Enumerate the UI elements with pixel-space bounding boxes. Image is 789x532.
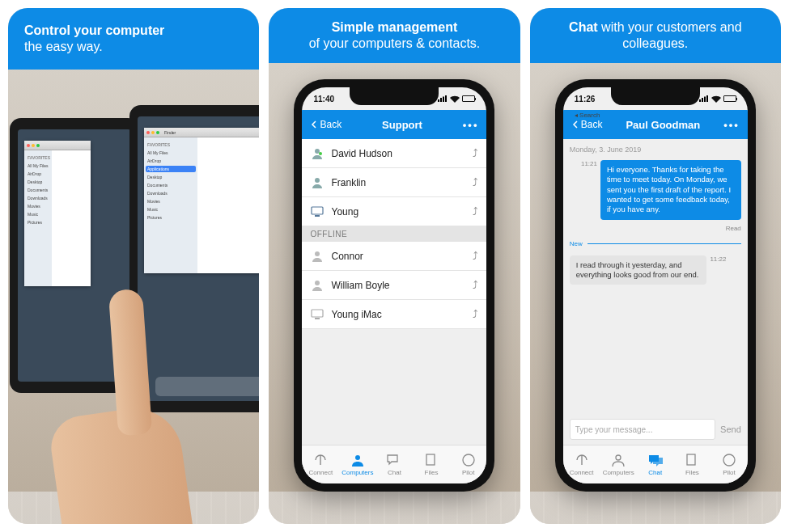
share-icon[interactable]: ⤴ bbox=[473, 250, 478, 262]
banner-3-rest: with your customers and colleagues. bbox=[598, 20, 742, 50]
banner-2: Simple management of your computers & co… bbox=[269, 8, 520, 63]
sidebar-item[interactable]: Desktop bbox=[146, 174, 196, 180]
list-item[interactable]: Franklin ⤴ bbox=[302, 168, 486, 197]
sidebar-item[interactable]: AirDrop bbox=[146, 158, 196, 164]
screenshot-panel-3: Chat with your customers and colleagues.… bbox=[530, 8, 781, 524]
dock[interactable] bbox=[155, 377, 259, 396]
tab-computers[interactable]: Computers bbox=[600, 445, 637, 483]
phone-device-3: 11:26 ◂ Search Back Paul Goodman ••• bbox=[555, 79, 756, 492]
contact-list[interactable]: David Hudson ⤴ Franklin ⤴ Young ⤴ OFFLIN… bbox=[302, 139, 486, 445]
screenshot-panel-2: Simple management of your computers & co… bbox=[269, 8, 520, 524]
svg-rect-17 bbox=[702, 98, 703, 102]
svg-point-4 bbox=[315, 149, 320, 154]
svg-rect-11 bbox=[312, 310, 323, 317]
list-item[interactable]: David Hudson ⤴ bbox=[302, 139, 486, 168]
banner-1-bold: Control your computer bbox=[24, 23, 164, 37]
signal-icon bbox=[699, 95, 709, 102]
tab-files[interactable]: Files bbox=[413, 445, 450, 483]
sidebar-item[interactable]: All My Files bbox=[146, 150, 196, 156]
banner-2-rest: of your computers & contacts. bbox=[309, 36, 481, 50]
svg-point-6 bbox=[315, 178, 320, 183]
back-button[interactable]: Back bbox=[571, 119, 603, 130]
svg-point-5 bbox=[319, 152, 322, 155]
contact-name: William Boyle bbox=[331, 280, 466, 291]
finder-window-front[interactable]: Finder FAVORITES All My Files AirDrop Ap… bbox=[144, 128, 259, 273]
contact-name: Young bbox=[331, 206, 466, 217]
finder-window-back: FAVORITES All My Files AirDrop Desktop D… bbox=[24, 141, 91, 286]
battery-icon bbox=[723, 95, 736, 102]
nav-title: Paul Goodman bbox=[626, 119, 700, 131]
keyboard-background bbox=[530, 492, 781, 524]
share-icon[interactable]: ⤴ bbox=[473, 279, 478, 291]
back-button[interactable]: Back bbox=[310, 119, 341, 130]
status-time: 11:40 bbox=[313, 95, 334, 103]
sidebar-item-selected[interactable]: Applications bbox=[146, 166, 196, 172]
zoom-icon[interactable] bbox=[156, 131, 159, 134]
finder-sidebar[interactable]: FAVORITES All My Files AirDrop Applicati… bbox=[144, 137, 197, 273]
tab-pilot[interactable]: Pilot bbox=[450, 445, 487, 483]
close-icon[interactable] bbox=[146, 131, 150, 134]
svg-point-13 bbox=[355, 455, 360, 460]
tab-connect[interactable]: Connect bbox=[302, 445, 339, 483]
banner-1: Control your computer the easy way. bbox=[8, 8, 259, 70]
share-icon[interactable]: ⤴ bbox=[473, 308, 478, 320]
keyboard-background bbox=[269, 492, 520, 524]
svg-rect-14 bbox=[426, 454, 435, 465]
tablet-foreground[interactable]: Finder FAVORITES All My Files AirDrop Ap… bbox=[129, 105, 259, 412]
finder-content[interactable] bbox=[197, 137, 260, 273]
message-composer: Type your message... Send bbox=[563, 414, 748, 445]
section-header-offline: OFFLINE bbox=[302, 226, 486, 242]
person-icon bbox=[310, 279, 325, 292]
sidebar-item[interactable]: Movies bbox=[146, 198, 196, 205]
svg-rect-12 bbox=[315, 318, 320, 319]
read-receipt: Read bbox=[726, 225, 741, 232]
monitor-icon bbox=[310, 309, 325, 320]
keyboard-background bbox=[8, 492, 259, 524]
tab-pilot[interactable]: Pilot bbox=[711, 445, 748, 483]
list-item[interactable]: William Boyle ⤴ bbox=[302, 271, 486, 300]
list-item[interactable]: Young iMac ⤴ bbox=[302, 300, 486, 329]
battery-icon bbox=[462, 95, 475, 102]
outgoing-message[interactable]: Hi everyone. Thanks for taking the time … bbox=[600, 160, 741, 220]
list-item[interactable]: Connor ⤴ bbox=[302, 242, 486, 271]
more-button[interactable]: ••• bbox=[723, 119, 740, 131]
tab-bar: Connect Computers Chat Files Pilot bbox=[563, 445, 748, 483]
tab-computers[interactable]: Computers bbox=[339, 445, 376, 483]
sidebar-item[interactable]: Pictures bbox=[146, 214, 196, 221]
sidebar-section-header: FAVORITES bbox=[146, 141, 196, 148]
sidebar-item[interactable]: Documents bbox=[146, 182, 196, 188]
message-input[interactable]: Type your message... bbox=[570, 419, 715, 440]
svg-rect-3 bbox=[445, 95, 447, 102]
message-timestamp: 11:21 bbox=[581, 160, 597, 167]
minimize-icon[interactable] bbox=[151, 131, 155, 134]
nav-bar: Back Support ••• bbox=[302, 110, 486, 139]
contact-name: David Hudson bbox=[331, 148, 466, 159]
tab-connect[interactable]: Connect bbox=[563, 445, 600, 483]
svg-point-15 bbox=[463, 454, 474, 466]
chat-content[interactable]: Monday, 3. June 2019 11:21 Hi everyone. … bbox=[563, 139, 748, 414]
incoming-message[interactable]: I read through it yesterday, and everyth… bbox=[570, 255, 707, 285]
search-breadcrumb[interactable]: ◂ Search bbox=[575, 112, 600, 119]
tab-chat[interactable]: Chat bbox=[376, 445, 414, 483]
send-button[interactable]: Send bbox=[720, 424, 741, 434]
more-button[interactable]: ••• bbox=[463, 119, 479, 131]
list-item[interactable]: Young ⤴ bbox=[302, 197, 486, 226]
svg-point-22 bbox=[723, 454, 735, 466]
message-timestamp: 11:22 bbox=[710, 255, 726, 263]
tab-chat[interactable]: Chat bbox=[637, 445, 674, 483]
phone-device-2: 11:40 Back Support ••• bbox=[294, 79, 494, 492]
signal-icon bbox=[438, 95, 448, 102]
finder-toolbar: Finder bbox=[144, 128, 259, 137]
tab-files[interactable]: Files bbox=[674, 445, 711, 483]
share-icon[interactable]: ⤴ bbox=[473, 205, 478, 217]
person-icon bbox=[310, 147, 325, 160]
share-icon[interactable]: ⤴ bbox=[473, 147, 478, 159]
svg-point-10 bbox=[315, 281, 320, 285]
sidebar-item[interactable]: Music bbox=[146, 206, 196, 213]
svg-rect-7 bbox=[312, 207, 323, 214]
sidebar-item[interactable]: Downloads bbox=[146, 190, 196, 196]
contact-name: Franklin bbox=[331, 177, 466, 188]
share-icon[interactable]: ⤴ bbox=[473, 176, 478, 188]
svg-rect-0 bbox=[438, 99, 439, 102]
wifi-icon bbox=[711, 95, 721, 103]
